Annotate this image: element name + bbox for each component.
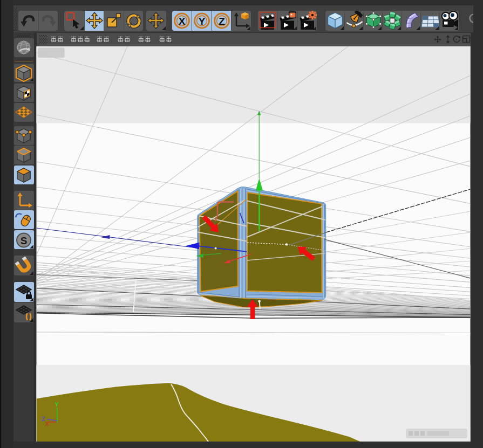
svg-text:Y: Y (199, 16, 206, 27)
svg-text:Z: Z (219, 16, 225, 27)
svg-text:Z: Z (42, 416, 45, 422)
svg-text:X: X (178, 16, 185, 27)
svg-text:X: X (45, 421, 49, 427)
svg-text:Y: Y (55, 401, 59, 408)
svg-text:S: S (20, 235, 27, 246)
